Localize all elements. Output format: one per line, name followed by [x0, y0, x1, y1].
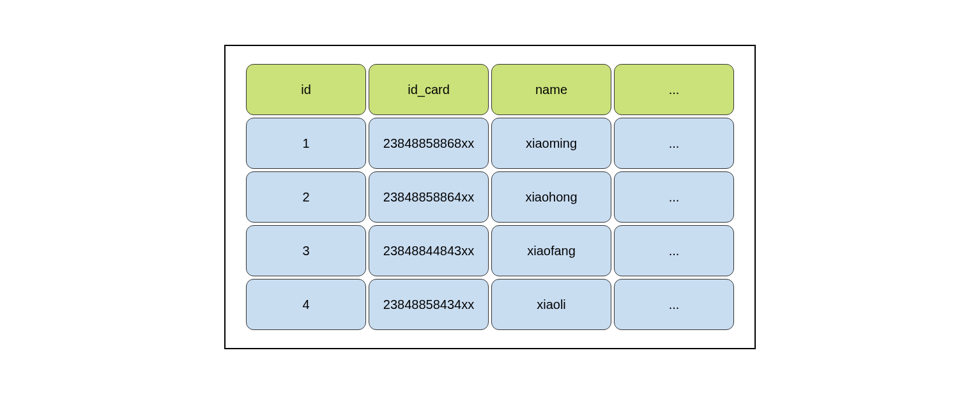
cell-id: 4 — [246, 279, 366, 330]
cell-name: xiaohong — [491, 171, 611, 223]
cell-id: 1 — [246, 118, 366, 169]
table-row: 4 23848858434xx xiaoli ... — [246, 279, 734, 330]
header-id-card: id_card — [369, 64, 489, 115]
header-id: id — [246, 64, 366, 115]
cell-id-card: 23848858434xx — [369, 279, 489, 330]
cell-more: ... — [614, 225, 734, 276]
cell-id: 3 — [246, 225, 366, 276]
table-row: 1 23848858868xx xiaoming ... — [246, 118, 734, 169]
diagram-frame: id id_card name ... 1 23848858868xx xiao… — [224, 45, 756, 349]
cell-more: ... — [614, 279, 734, 330]
table-row: 3 23848844843xx xiaofang ... — [246, 225, 734, 276]
header-more: ... — [614, 64, 734, 115]
header-name: name — [491, 64, 611, 115]
cell-id-card: 23848858868xx — [369, 118, 489, 169]
cell-name: xiaoming — [491, 118, 611, 169]
data-table: id id_card name ... 1 23848858868xx xiao… — [246, 64, 734, 330]
cell-id-card: 23848858864xx — [369, 171, 489, 223]
cell-id: 2 — [246, 171, 366, 223]
table-row: 2 23848858864xx xiaohong ... — [246, 171, 734, 223]
header-row: id id_card name ... — [246, 64, 734, 115]
cell-more: ... — [614, 118, 734, 169]
cell-name: xiaofang — [491, 225, 611, 276]
cell-more: ... — [614, 171, 734, 223]
cell-id-card: 23848844843xx — [369, 225, 489, 276]
cell-name: xiaoli — [491, 279, 611, 330]
